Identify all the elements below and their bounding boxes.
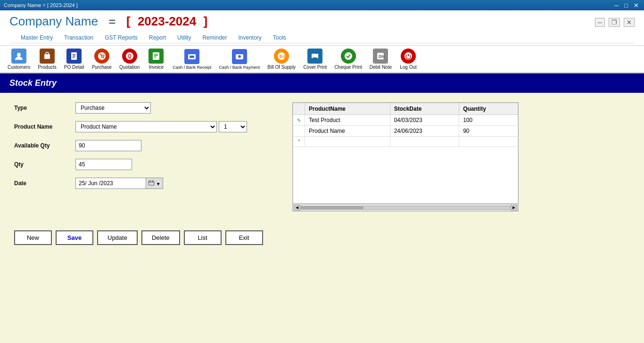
product-name-select[interactable]: Product Name Test Product — [75, 121, 217, 132]
title-bar-controls: ─ □ ✕ — [613, 2, 640, 9]
toolbar-products[interactable]: Products — [35, 48, 59, 71]
qty-row: Qty — [14, 159, 278, 170]
product-name-row: Product Name Product Name Test Product 1… — [14, 121, 278, 132]
toolbar-customers[interactable]: Customers — [5, 48, 33, 71]
toolbar-cash-bank-receipt[interactable]: Cash / Bank Receipt — [170, 48, 214, 71]
stock-table-wrapper: ProductName StockDate Quantity ✎ Test Pr… — [292, 102, 519, 212]
debit-note-label: Debit Note — [370, 65, 392, 70]
purchase-label: Purchase — [92, 65, 112, 70]
new-table-row[interactable]: * — [293, 137, 518, 147]
exit-button[interactable]: Exit — [225, 230, 263, 245]
update-button[interactable]: Update — [97, 230, 138, 245]
save-button[interactable]: Save — [56, 230, 93, 245]
toolbar-cash-bank-payment[interactable]: Cash / Bank Payment — [216, 48, 263, 71]
svg-text:DN: DN — [379, 54, 385, 59]
new-row-indicator: * — [293, 137, 305, 147]
svg-rect-22 — [313, 57, 317, 59]
svg-text:Bill: Bill — [280, 54, 286, 59]
menu-master-entry[interactable]: Master Entry — [19, 33, 55, 42]
new-stock-date-cell — [390, 137, 459, 147]
close-button[interactable]: ✕ — [632, 2, 640, 9]
quotation-icon: Q — [122, 49, 137, 64]
date-input[interactable] — [75, 178, 146, 189]
col-product-name: ProductName — [305, 103, 390, 115]
invoice-icon — [149, 49, 164, 64]
menu-report[interactable]: Report — [147, 33, 168, 42]
purchase-icon — [94, 49, 109, 64]
cheque-print-label: Cheque Print — [334, 65, 362, 70]
button-row: New Save Update Delete List Exit — [0, 221, 644, 254]
row-indicator: ✎ — [293, 115, 305, 126]
scrollbar-thumb — [301, 206, 363, 209]
scroll-left-arrow[interactable]: ◀ — [294, 205, 300, 211]
title-bar-text: Company Name = [ 2023-2024 ] — [4, 2, 78, 8]
bill-of-supply-label: Bill Of Supply — [267, 65, 296, 70]
svg-rect-27 — [149, 181, 154, 185]
row-indicator — [293, 126, 305, 137]
window-minimize[interactable]: ─ — [595, 18, 605, 27]
menu-gst-reports[interactable]: GST Reports — [103, 33, 140, 42]
table-scrollbar[interactable]: ◀ ▶ — [293, 204, 518, 211]
cash-bank-payment-label: Cash / Bank Payment — [219, 65, 260, 70]
maximize-button[interactable]: □ — [623, 2, 629, 9]
quotation-label: Quotation — [119, 65, 140, 70]
section-title: Stock Entry — [9, 78, 57, 88]
list-button[interactable]: List — [184, 230, 222, 245]
toolbar-quotation[interactable]: Q Quotation — [116, 48, 142, 71]
minimize-button[interactable]: ─ — [613, 2, 620, 9]
toolbar-po-detail[interactable]: PO Detail — [61, 48, 87, 71]
type-select[interactable]: Purchase Sale — [75, 102, 151, 114]
product-qty-variant-select[interactable]: 1 2 — [219, 121, 247, 132]
customers-label: Customers — [8, 65, 30, 70]
po-detail-label: PO Detail — [64, 65, 84, 70]
new-product-name-cell — [305, 137, 390, 147]
available-qty-input[interactable] — [75, 140, 141, 151]
menu-reminder[interactable]: Reminder — [200, 33, 229, 42]
toolbar-cheque-print[interactable]: Cheque Print — [331, 48, 364, 71]
svg-point-8 — [103, 57, 104, 58]
menu-inventory[interactable]: Inventory — [236, 33, 263, 42]
svg-rect-1 — [44, 54, 50, 59]
stock-table: ProductName StockDate Quantity ✎ Test Pr… — [293, 103, 518, 204]
qty-label: Qty — [14, 161, 75, 168]
company-name: Company Name = [ 2023-2024 ] — [9, 14, 207, 29]
window-restore[interactable]: ❐ — [609, 18, 620, 27]
toolbar-bill-of-supply[interactable]: Bill Bill Of Supply — [264, 48, 298, 71]
delete-button[interactable]: Delete — [141, 230, 180, 245]
scrollbar-track[interactable] — [300, 206, 511, 210]
menu-bar: Master Entry Transaction GST Reports Rep… — [9, 33, 635, 43]
toolbar-cover-print[interactable]: Cover Print — [300, 48, 330, 71]
table-row[interactable]: ✎ Test Product 04/03/2023 100 — [293, 115, 518, 126]
toolbar-purchase[interactable]: Purchase — [89, 48, 115, 71]
products-icon — [40, 49, 55, 64]
new-button[interactable]: New — [14, 230, 52, 245]
type-row: Type Purchase Sale — [14, 102, 278, 114]
toolbar-debit-note[interactable]: DN Debit Note — [367, 48, 395, 71]
toolbar-log-out[interactable]: Log Out — [396, 48, 420, 71]
toolbar-invoice[interactable]: Invoice — [144, 48, 168, 71]
table-row[interactable]: Product Name 24/06/2023 90 — [293, 126, 518, 137]
qty-input[interactable] — [75, 159, 132, 170]
title-bar: Company Name = [ 2023-2024 ] ─ □ ✕ — [0, 0, 644, 10]
svg-text:Q: Q — [128, 54, 132, 59]
col-quantity: Quantity — [459, 103, 518, 115]
date-picker-button[interactable]: ▼ — [146, 178, 163, 189]
po-detail-icon — [66, 49, 82, 64]
cash-bank-receipt-label: Cash / Bank Receipt — [173, 65, 211, 70]
product-name-label: Product Name — [14, 123, 75, 130]
cash-bank-receipt-icon — [184, 49, 199, 64]
invoice-label: Invoice — [149, 65, 164, 70]
menu-transaction[interactable]: Transaction — [62, 33, 95, 42]
empty-row — [293, 147, 518, 204]
product-name-cell: Test Product — [305, 115, 390, 126]
menu-tools[interactable]: Tools — [271, 33, 288, 42]
scroll-right-arrow[interactable]: ▶ — [511, 205, 517, 211]
form-left: Type Purchase Sale Product Name Product … — [14, 102, 278, 212]
cheque-print-icon — [341, 49, 356, 64]
svg-rect-11 — [153, 52, 159, 60]
col-stock-date: StockDate — [390, 103, 459, 115]
table-area: ProductName StockDate Quantity ✎ Test Pr… — [292, 102, 519, 212]
menu-utility[interactable]: Utility — [175, 33, 193, 42]
quantity-cell: 90 — [459, 126, 518, 137]
window-close[interactable]: ✕ — [624, 18, 635, 27]
